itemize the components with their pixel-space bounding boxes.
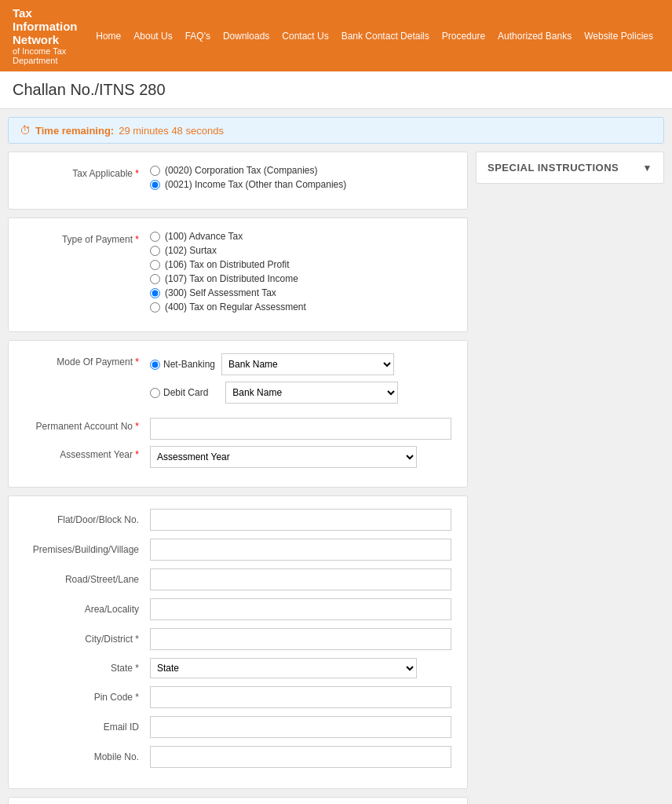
pan-content <box>150 418 451 440</box>
pan-input[interactable] <box>150 418 451 440</box>
net-banking-bank-select[interactable]: Bank Name <box>221 353 394 375</box>
premises-input[interactable] <box>150 539 451 561</box>
area-row: Area/Locality <box>24 598 451 620</box>
nav-item-home[interactable]: Home <box>89 27 127 45</box>
special-instructions-panel: SPECIAL INSTRUCTIONS ▼ <box>476 152 664 184</box>
road-label: Road/Street/Lane <box>24 574 150 585</box>
special-instructions-title: SPECIAL INSTRUCTIONS <box>488 162 619 174</box>
mode-of-payment-label: Mode Of Payment * <box>24 353 150 367</box>
tax-radio-0020[interactable] <box>150 166 160 176</box>
state-select[interactable]: State <box>150 658 417 678</box>
payment-107: (107) Tax on Distributed Income <box>150 273 451 284</box>
form-area: Tax Applicable * (0020) Corporation Tax … <box>8 152 468 804</box>
tax-radio-0021[interactable] <box>150 180 160 190</box>
nav-item-website-policies[interactable]: Website Policies <box>578 27 659 45</box>
required-star-3: * <box>135 356 139 367</box>
payment-type-radio-group: (100) Advance Tax (102) Surtax (106) Tax… <box>150 231 451 312</box>
assessment-year-row: Assessment Year * Assessment Year <box>24 446 451 468</box>
debit-card-radio[interactable] <box>150 388 160 398</box>
payment-radio-400[interactable] <box>150 302 160 312</box>
type-of-payment-options: (100) Advance Tax (102) Surtax (106) Tax… <box>150 231 451 312</box>
premises-row: Premises/Building/Village <box>24 539 451 561</box>
mode-of-payment-row: Mode Of Payment * Net-Banking Bank Name <box>24 353 451 410</box>
required-star: * <box>135 168 139 179</box>
nav-item-faq-s[interactable]: FAQ's <box>179 27 217 45</box>
required-star-ay: * <box>135 449 139 460</box>
debit-card-text: Debit Card <box>163 387 208 398</box>
tax-option-0021: (0021) Income Tax (Other than Companies) <box>150 179 451 190</box>
area-input[interactable] <box>150 598 451 620</box>
flat-door-label: Flat/Door/Block No. <box>24 514 150 525</box>
assessment-year-label: Assessment Year * <box>24 446 150 460</box>
timer-label: Time remaining: <box>35 125 114 137</box>
payment-106: (106) Tax on Distributed Profit <box>150 259 451 270</box>
state-row: State * State <box>24 658 451 678</box>
nav-item-procedure[interactable]: Procedure <box>436 27 491 45</box>
tax-applicable-row: Tax Applicable * (0020) Corporation Tax … <box>24 165 451 190</box>
payment-300: (300) Self Assessment Tax <box>150 287 451 298</box>
payment-100: (100) Advance Tax <box>150 231 451 242</box>
required-star-pan: * <box>135 421 139 432</box>
chevron-down-icon: ▼ <box>643 163 652 174</box>
premises-label: Premises/Building/Village <box>24 544 150 555</box>
net-banking-label: Net-Banking <box>150 359 215 370</box>
main-container: Tax Applicable * (0020) Corporation Tax … <box>0 152 672 804</box>
required-star-state: * <box>135 663 139 674</box>
type-of-payment-label: Type of Payment * <box>24 231 150 245</box>
net-banking-text: Net-Banking <box>163 359 215 370</box>
city-row: City/District * <box>24 628 451 650</box>
net-banking-row: Net-Banking Bank Name <box>150 353 451 375</box>
timer-bar: ⏱ Time remaining: 29 minutes 48 seconds <box>8 117 664 144</box>
nav-item-bank-contact-details[interactable]: Bank Contact Details <box>335 27 436 45</box>
mode-payment-section: Mode Of Payment * Net-Banking Bank Name <box>8 340 468 488</box>
assessment-year-select[interactable]: Assessment Year <box>150 446 417 468</box>
pin-code-label: Pin Code * <box>24 692 150 703</box>
email-label: Email ID <box>24 722 150 733</box>
mode-of-payment-content: Net-Banking Bank Name Debit Card <box>150 353 451 410</box>
flat-door-input[interactable] <box>150 509 451 531</box>
nav-item-contact-us[interactable]: Contact Us <box>276 27 334 45</box>
tax-option-0020: (0020) Corporation Tax (Companies) <box>150 165 451 176</box>
sidebar: SPECIAL INSTRUCTIONS ▼ <box>476 152 664 804</box>
required-star-pin: * <box>135 692 139 703</box>
city-input[interactable] <box>150 628 451 650</box>
net-banking-radio[interactable] <box>150 360 160 370</box>
nav-item-downloads[interactable]: Downloads <box>217 27 276 45</box>
pin-code-row: Pin Code * <box>24 686 451 708</box>
debit-card-row: Debit Card Bank Name <box>150 382 451 404</box>
tax-applicable-label: Tax Applicable * <box>24 165 150 179</box>
tax-applicable-options: (0020) Corporation Tax (Companies) (0021… <box>150 165 451 190</box>
main-nav: HomeAbout UsFAQ'sDownloadsContact UsBank… <box>89 27 659 45</box>
payment-radio-100[interactable] <box>150 232 160 242</box>
logo: Tax Information Network of Income Tax De… <box>13 6 89 65</box>
road-row: Road/Street/Lane <box>24 568 451 590</box>
payment-radio-102[interactable] <box>150 246 160 256</box>
type-of-payment-row: Type of Payment * (100) Advance Tax (102… <box>24 231 451 312</box>
road-input[interactable] <box>150 568 451 590</box>
page-title-bar: Challan No./ITNS 280 <box>0 71 672 109</box>
required-star-city: * <box>135 634 139 645</box>
logo-subtitle: of Income Tax Department <box>13 46 89 65</box>
state-label: State * <box>24 663 150 674</box>
captcha-section: Captcha Code * PFWR7 ↻ click to refresh … <box>8 797 468 804</box>
nav-item-authorized-banks[interactable]: Authorized Banks <box>491 27 578 45</box>
email-row: Email ID <box>24 716 451 738</box>
nav-item-about-us[interactable]: About Us <box>127 27 178 45</box>
payment-radio-107[interactable] <box>150 274 160 284</box>
type-of-payment-section: Type of Payment * (100) Advance Tax (102… <box>8 217 468 332</box>
area-label: Area/Locality <box>24 604 150 615</box>
special-instructions-header[interactable]: SPECIAL INSTRUCTIONS ▼ <box>477 152 663 183</box>
tax-applicable-radio-group: (0020) Corporation Tax (Companies) (0021… <box>150 165 451 190</box>
debit-card-bank-select[interactable]: Bank Name <box>225 382 398 404</box>
debit-card-label: Debit Card <box>150 387 208 398</box>
assessment-year-content: Assessment Year <box>150 446 451 468</box>
pin-code-input[interactable] <box>150 686 451 708</box>
city-label: City/District * <box>24 634 150 645</box>
mobile-input[interactable] <box>150 746 451 768</box>
email-input[interactable] <box>150 716 451 738</box>
timer-icon: ⏱ <box>20 124 31 137</box>
payment-radio-300[interactable] <box>150 288 160 298</box>
pan-label: Permanent Account No * <box>24 418 150 432</box>
payment-radio-106[interactable] <box>150 260 160 270</box>
address-section: Flat/Door/Block No. Premises/Building/Vi… <box>8 495 468 789</box>
